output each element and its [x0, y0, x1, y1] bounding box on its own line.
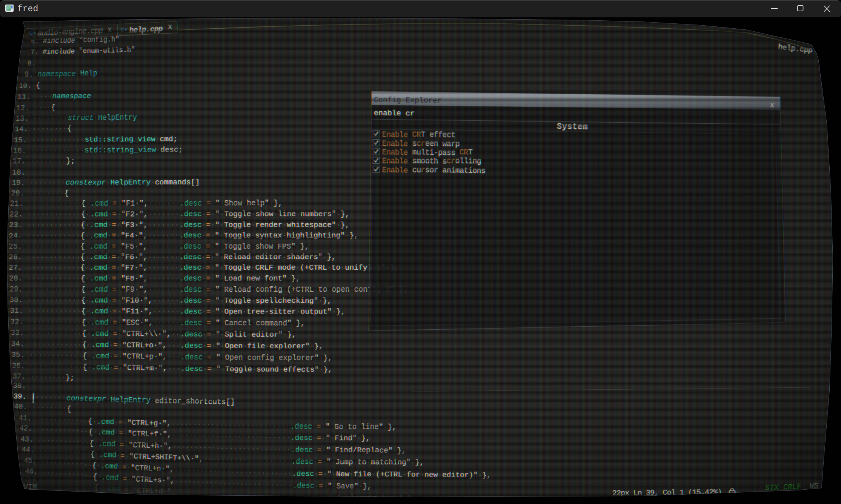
- svg-text:fred: fred: [17, 4, 38, 14]
